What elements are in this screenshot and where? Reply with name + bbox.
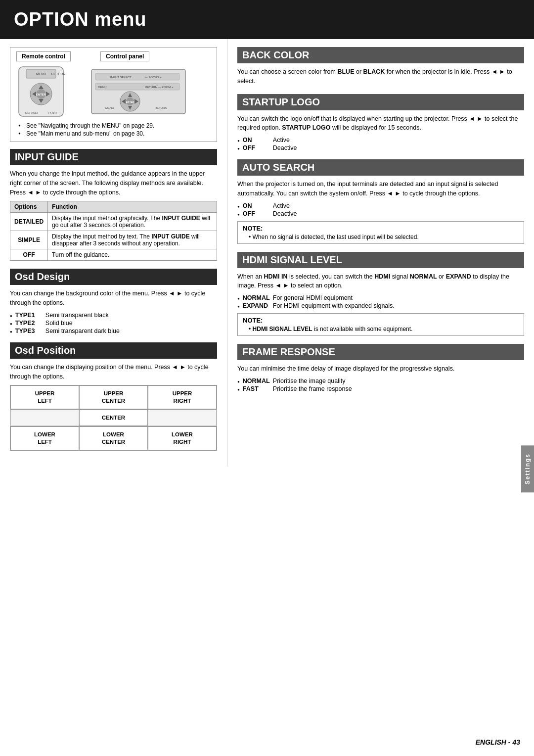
svg-text:RETURN: RETURN xyxy=(155,106,167,109)
svg-text:INPUT SELECT: INPUT SELECT xyxy=(110,76,132,79)
frame-response-header: FRAME RESPONSE xyxy=(237,344,524,360)
osd-lower-right: LOWERRIGHT xyxy=(148,426,217,450)
hdmi-signal-header: HDMI SIGNAL LEVEL xyxy=(237,252,524,268)
startup-logo-desc: You can switch the logo on/off that is d… xyxy=(237,114,524,133)
hdmi-bullets: ● NORMAL For general HDMI equipment ● EX… xyxy=(237,294,524,309)
back-color-header: BACK COLOR xyxy=(237,47,524,63)
frame-response-bullets: ● NORMAL Prioritise the image quality ● … xyxy=(237,378,524,392)
svg-text:— FOCUS +: — FOCUS + xyxy=(145,76,162,79)
osd-design-bullets: ● TYPE1 Semi transparent black ● TYPE2 S… xyxy=(10,312,217,334)
svg-text:DEFAULT: DEFAULT xyxy=(25,111,39,114)
remote-control-label: Remote control xyxy=(16,51,71,61)
auto-search-desc: When the projector is turned on, the inp… xyxy=(237,180,524,198)
osd-center: CENTER xyxy=(79,410,148,426)
left-column: Remote control Control panel MENU RETURN xyxy=(0,39,227,467)
osd-grid-row2: CENTER xyxy=(10,409,217,426)
table-col-options: Options xyxy=(10,201,48,213)
frame-response-section: FRAME RESPONSE You can minimise the time… xyxy=(237,344,524,392)
osd-design-header: Osd Design xyxy=(10,269,217,285)
osd-position-header: Osd Position xyxy=(10,342,217,359)
frame-fast-bullet: ● FAST Prioritise the frame response xyxy=(237,385,524,392)
osd-position-grid: UPPERLEFT UPPERCENTER UPPERRIGHT CENTER … xyxy=(10,385,217,451)
osd-grid-row3: LOWERLEFT LOWERCENTER LOWERRIGHT xyxy=(10,426,217,450)
svg-text:MENU: MENU xyxy=(98,86,107,89)
hdmi-expand-bullet: ● EXPAND For HDMI equipment with expande… xyxy=(237,302,524,309)
auto-search-note-item: When no signal is detected, the last use… xyxy=(249,234,519,240)
svg-text:ENTER: ENTER xyxy=(36,93,46,96)
frame-normal-bullet: ● NORMAL Prioritise the image quality xyxy=(237,378,524,384)
startup-on-bullet: ● ON Active xyxy=(237,137,524,143)
osd-mid-left xyxy=(10,410,79,426)
table-cell-simple-desc: Display the input method by text. The IN… xyxy=(48,231,217,249)
page-title: OPTION menu xyxy=(0,0,534,39)
control-panel-label: Control panel xyxy=(100,51,149,61)
table-cell-detailed: DETAILED xyxy=(10,213,48,231)
auto-search-on-bullet: ● ON Active xyxy=(237,202,524,209)
hdmi-normal-bullet: ● NORMAL For general HDMI equipment xyxy=(237,294,524,301)
auto-search-bullets: ● ON Active ● OFF Deactive xyxy=(237,202,524,217)
osd-position-section: Osd Position You can change the displayi… xyxy=(10,342,217,451)
page-footer: ENGLISH - 43 xyxy=(476,738,520,746)
input-guide-section: INPUT GUIDE When you change the input me… xyxy=(10,149,217,261)
svg-text:ENTER: ENTER xyxy=(126,100,134,103)
startup-logo-header: STARTUP LOGO xyxy=(237,94,524,110)
osd-design-section: Osd Design You can change the background… xyxy=(10,269,217,334)
table-cell-off: OFF xyxy=(10,249,48,261)
table-cell-detailed-desc: Display the input method graphically. Th… xyxy=(48,213,217,231)
osd-position-desc: You can change the displaying position o… xyxy=(10,363,217,381)
remote-control-image: MENU RETURN ENTER DEFAULT PRINT xyxy=(16,64,81,119)
hdmi-signal-desc: When an HDMI IN is selected, you can swi… xyxy=(237,272,524,291)
remote-bullet-1: See "Navigating through the MENU" on pag… xyxy=(18,122,211,130)
osd-design-desc: You can change the background color of t… xyxy=(10,289,217,308)
svg-text:RETURN — ZOOM +: RETURN — ZOOM + xyxy=(145,86,174,89)
table-col-function: Function xyxy=(48,201,217,213)
header-title-text: OPTION menu xyxy=(14,9,147,30)
right-column: BACK COLOR You can choose a screen color… xyxy=(227,39,534,467)
osd-upper-right: UPPERRIGHT xyxy=(148,385,217,409)
osd-lower-center: LOWERCENTER xyxy=(79,426,148,450)
table-row: DETAILED Display the input method graphi… xyxy=(10,213,217,231)
auto-search-note-list: When no signal is detected, the last use… xyxy=(243,234,519,240)
osd-grid-row1: UPPERLEFT UPPERCENTER UPPERRIGHT xyxy=(10,385,217,409)
table-row: SIMPLE Display the input method by text.… xyxy=(10,231,217,249)
input-guide-table: Options Function DETAILED Display the in… xyxy=(10,201,217,261)
svg-text:PRINT: PRINT xyxy=(48,111,57,114)
remote-bullet-2: See "Main menu and sub-menu" on page 30. xyxy=(18,130,211,138)
svg-text:MENU: MENU xyxy=(36,72,46,76)
frame-response-desc: You can minimise the time delay of image… xyxy=(237,364,524,374)
back-color-desc: You can choose a screen color from BLUE … xyxy=(237,67,524,86)
osd-lower-left: LOWERLEFT xyxy=(10,426,79,450)
osd-upper-left: UPPERLEFT xyxy=(10,385,79,409)
svg-rect-14 xyxy=(95,73,179,80)
remote-bullets: See "Navigating through the MENU" on pag… xyxy=(18,122,211,138)
table-row: OFF Turn off the guidance. xyxy=(10,249,217,261)
startup-logo-bullets: ● ON Active ● OFF Deactive xyxy=(237,137,524,151)
auto-search-section: AUTO SEARCH When the projector is turned… xyxy=(237,159,524,244)
control-panel-image: INPUT SELECT — FOCUS + MENU RETURN — ZOO… xyxy=(90,64,189,119)
startup-logo-section: STARTUP LOGO You can switch the logo on/… xyxy=(237,94,524,152)
auto-search-header: AUTO SEARCH xyxy=(237,159,524,176)
svg-text:MENU: MENU xyxy=(105,106,114,109)
svg-text:RETURN: RETURN xyxy=(51,72,65,76)
remote-control-box: Remote control Control panel MENU RETURN xyxy=(10,47,217,142)
hdmi-signal-note: NOTE: HDMI SIGNAL LEVEL is not available… xyxy=(237,313,524,336)
auto-search-off-bullet: ● OFF Deactive xyxy=(237,210,524,217)
hdmi-signal-section: HDMI SIGNAL LEVEL When an HDMI IN is sel… xyxy=(237,252,524,336)
osd-upper-center: UPPERCENTER xyxy=(79,385,148,409)
back-color-section: BACK COLOR You can choose a screen color… xyxy=(237,47,524,86)
osd-type2-bullet: ● TYPE2 Solid blue xyxy=(10,320,217,327)
table-cell-simple: SIMPLE xyxy=(10,231,48,249)
osd-type1-bullet: ● TYPE1 Semi transparent black xyxy=(10,312,217,319)
settings-tab: Settings xyxy=(521,445,534,492)
page-number: ENGLISH - 43 xyxy=(476,738,520,746)
input-guide-header: INPUT GUIDE xyxy=(10,149,217,165)
auto-search-note: NOTE: When no signal is detected, the la… xyxy=(237,221,524,244)
hdmi-note-list: HDMI SIGNAL LEVEL is not available with … xyxy=(243,326,519,332)
osd-mid-right xyxy=(148,410,217,426)
osd-type3-bullet: ● TYPE3 Semi transparent dark blue xyxy=(10,328,217,334)
startup-off-bullet: ● OFF Deactive xyxy=(237,144,524,151)
hdmi-note-item: HDMI SIGNAL LEVEL is not available with … xyxy=(249,326,519,332)
input-guide-desc: When you change the input method, the gu… xyxy=(10,169,217,197)
table-cell-off-desc: Turn off the guidance. xyxy=(48,249,217,261)
